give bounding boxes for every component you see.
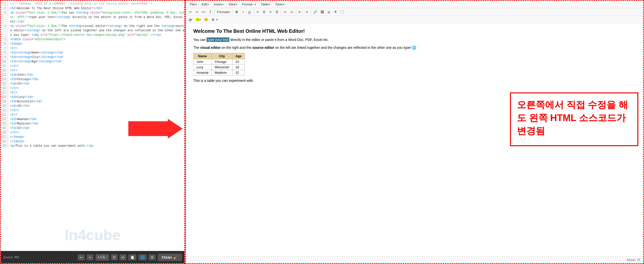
line-number: 16 xyxy=(1,86,8,90)
fullscreen-button[interactable]: ⛶ xyxy=(339,9,345,15)
source-status: Source: 995 xyxy=(3,256,76,259)
print-button[interactable]: 🖨 xyxy=(326,9,332,15)
line-number: 25 xyxy=(1,126,8,130)
align-left-button[interactable]: ≡ xyxy=(255,9,261,15)
line-content: <tr> xyxy=(8,90,184,95)
line-number: 29 xyxy=(1,144,8,148)
font-color-button[interactable]: A ▾ xyxy=(187,16,194,22)
globe-button[interactable]: 🌐 xyxy=(138,255,146,260)
line-content: <tbody> xyxy=(8,42,184,46)
table-row: AmandaMadison22 xyxy=(194,70,244,75)
clean-label: Clean xyxy=(162,255,172,259)
table-description: This is a table you can experiment with. xyxy=(193,78,636,83)
menu-view[interactable]: View ▾ xyxy=(226,2,239,7)
broom-icon: 🧹 xyxy=(173,255,178,260)
line-number: 28 xyxy=(1,139,8,144)
source-code-button[interactable]: <> xyxy=(200,9,207,15)
toolbar-separator xyxy=(232,9,233,14)
visual-content[interactable]: Welcome To The Best Online HTML Web Edit… xyxy=(186,23,643,256)
line-content: <td>23</td> xyxy=(8,82,184,86)
menu-tools-label: Tools xyxy=(275,2,283,6)
code-line: 7<tr> xyxy=(1,46,184,50)
code-line: 6<tbody> xyxy=(1,42,184,46)
code-line: 17<tr> xyxy=(1,90,184,95)
paste-button[interactable]: 📋 xyxy=(128,255,136,260)
menu-edit-label: Edit xyxy=(202,2,207,6)
ordered-list-button[interactable]: ≔ xyxy=(289,9,295,15)
align-right-button[interactable]: ≡ xyxy=(268,9,274,15)
menu-file[interactable]: File ▾ xyxy=(188,2,199,7)
code-line: 28</table> xyxy=(1,139,184,144)
menu-insert[interactable]: Insert ▾ xyxy=(212,2,226,7)
unordered-list-button[interactable]: ≔ xyxy=(282,9,288,15)
line-content: </tr> xyxy=(8,86,184,90)
menu-table[interactable]: Table ▾ xyxy=(259,2,272,7)
underline-button[interactable]: U xyxy=(246,9,252,15)
formats-dropdown[interactable]: Formats ▾ xyxy=(216,9,232,15)
line-number: 21 xyxy=(1,108,8,113)
code-line: 11</tr> xyxy=(1,64,184,68)
font-size-button[interactable]: AAA + xyxy=(96,254,109,261)
font-color-icon: A xyxy=(189,18,191,21)
bg-color-icon: A xyxy=(196,18,200,21)
chevron-down-icon: ▾ xyxy=(216,18,218,21)
editor-title: Welcome To The Best Online HTML Web Edit… xyxy=(193,28,636,34)
image-button[interactable]: 🖼 xyxy=(319,9,325,15)
code-line: 19<td>Wisconsin</td> xyxy=(1,99,184,104)
source-editor[interactable]: 1<!-- ####### THIS IS A COMMENT - Visibl… xyxy=(1,1,184,251)
clean-button[interactable]: Clean 🧹 xyxy=(158,254,182,261)
italic-large-button[interactable]: I xyxy=(207,9,213,15)
line-content: </tr> xyxy=(8,108,184,113)
line-number: 7 xyxy=(1,46,8,50)
line-number: 2 xyxy=(1,6,8,10)
preview-button[interactable]: 👁 xyxy=(332,9,339,15)
line-number: 10 xyxy=(1,59,8,64)
line-number: 3 xyxy=(1,10,8,24)
indent-button[interactable]: ⇥ xyxy=(304,9,310,15)
code-line: 8<td><strong>Name</strong></td> xyxy=(1,50,184,55)
settings-button[interactable]: ⚙ xyxy=(148,255,156,260)
line-content: <td>Chicago</td> xyxy=(8,77,184,82)
emoji-button[interactable]: 🙂 xyxy=(203,16,210,22)
source-editor-strong: source editor xyxy=(252,46,274,49)
code-line: 29<p>This is a table you can experiment … xyxy=(1,144,184,148)
table-cell: 23 xyxy=(232,59,244,64)
line-number: 26 xyxy=(1,130,8,135)
menu-insert-label: Insert xyxy=(214,2,222,6)
outdent-button[interactable]: ⇤ xyxy=(297,9,303,15)
toggle-button[interactable]: ⇄ xyxy=(120,255,126,260)
table-insert-button[interactable]: ⊞ xyxy=(210,16,216,22)
bg-color-button[interactable]: A ▾ xyxy=(194,16,202,22)
line-number: 1 xyxy=(1,2,8,6)
redo-toolbar-button[interactable]: ↪ xyxy=(194,9,200,15)
menu-tools[interactable]: Tools ▾ xyxy=(273,2,286,7)
chevron-down-icon: ▾ xyxy=(191,18,192,21)
code-line: 4<p style="font-size: 1.5em;">The <stron… xyxy=(1,24,184,37)
copy-button[interactable]: ⧉ xyxy=(111,254,118,260)
line-number: 13 xyxy=(1,73,8,77)
line-content: </tr> xyxy=(8,130,184,135)
link-button[interactable]: 🔗 xyxy=(312,9,319,15)
toolbar1: ↩ ↪ <> I Formats ▾ B I U ≡ ☰ ≡ ☰ ≔ ≔ ⇤ ⇥… xyxy=(186,8,643,16)
code-line: 26</tr> xyxy=(1,130,184,135)
undo-toolbar-button[interactable]: ↩ xyxy=(187,9,193,15)
line-content: </table> xyxy=(8,139,184,144)
line-content: <td>Amanda</td> xyxy=(8,117,184,122)
toolbar2: A ▾ A ▾ 🙂 ⊞ ▾ xyxy=(186,16,643,23)
justify-button[interactable]: ☰ xyxy=(274,9,280,15)
code-line: 16</tr> xyxy=(1,86,184,90)
align-center-button[interactable]: ☰ xyxy=(261,9,267,15)
line-content: <p style="font-size: 1.5em;">The <strong… xyxy=(8,24,184,37)
bold-button[interactable]: B xyxy=(234,9,240,15)
menu-edit[interactable]: Edit ▾ xyxy=(200,2,211,7)
right-status-bar: Words: 75 xyxy=(186,256,643,263)
menu-format[interactable]: Format - ▾ xyxy=(240,2,258,7)
line-number: 19 xyxy=(1,99,8,104)
line-content: <td>Wisconsin</td> xyxy=(8,99,184,104)
italic-button[interactable]: I xyxy=(240,9,246,15)
paragraph1: You can type your text directly in the e… xyxy=(193,37,636,42)
undo-button[interactable]: ↩ xyxy=(78,255,85,260)
redo-button[interactable]: ↪ xyxy=(87,255,94,260)
source-editor-panel: 1<!-- ####### THIS IS A COMMENT - Visibl… xyxy=(0,0,185,264)
line-content: <td><strong>Age</strong></td> xyxy=(8,59,184,64)
